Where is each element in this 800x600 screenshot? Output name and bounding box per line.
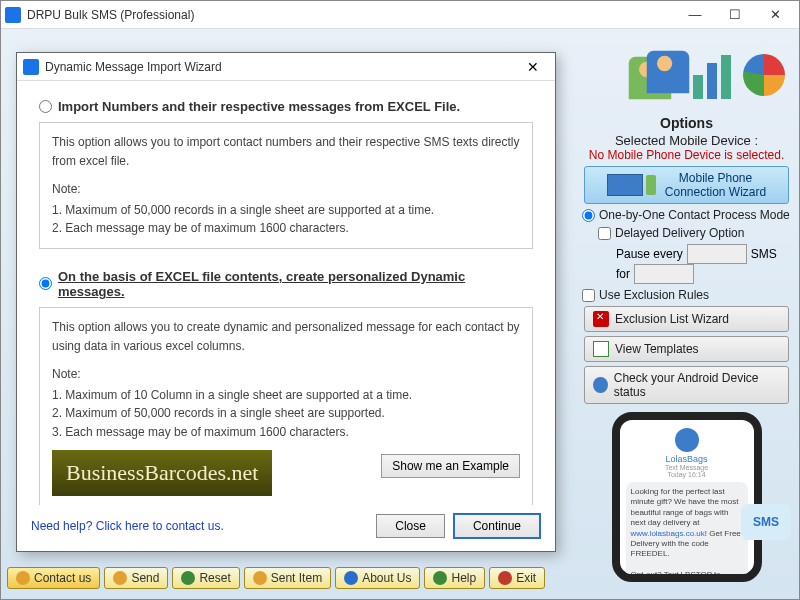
- send-button[interactable]: Send: [104, 567, 168, 589]
- preview-meta: Text Message Today 16:14: [626, 464, 748, 478]
- help-button[interactable]: Help: [424, 567, 485, 589]
- dialog-close-button[interactable]: ✕: [517, 59, 549, 75]
- preview-link: www.lolasbags.co.uk: [631, 529, 705, 538]
- pause-for-combo[interactable]: [634, 264, 694, 284]
- option-2-description: This option allows you to create dynamic…: [39, 307, 533, 505]
- exclusion-rules-checkbox[interactable]: Use Exclusion Rules: [582, 288, 791, 302]
- people-icon: [647, 51, 690, 94]
- gear-icon: [593, 377, 608, 393]
- continue-button[interactable]: Continue: [453, 513, 541, 539]
- preview-contact-name: LolasBags: [626, 454, 748, 464]
- sent-item-icon: [253, 571, 267, 585]
- option-2-radio[interactable]: On the basis of EXCEL file contents, cre…: [39, 269, 533, 299]
- options-heading: Options: [580, 115, 793, 131]
- dialog-icon: [23, 59, 39, 75]
- header-graphics: [580, 35, 793, 115]
- show-example-button[interactable]: Show me an Example: [381, 454, 520, 478]
- sent-item-button[interactable]: Sent Item: [244, 567, 331, 589]
- device-status-text: No Mobile Phone Device is selected.: [580, 148, 793, 162]
- option-2-radio-input[interactable]: [39, 277, 52, 290]
- process-mode-radio-input[interactable]: [582, 209, 595, 222]
- preview-message-bubble: Looking for the perfect last minute gift…: [626, 482, 748, 582]
- option-1-radio-input[interactable]: [39, 100, 52, 113]
- delayed-delivery-input[interactable]: [598, 227, 611, 240]
- import-wizard-dialog: Dynamic Message Import Wizard ✕ Import N…: [16, 52, 556, 552]
- watermark-logo: BusinessBarcodes.net: [52, 450, 272, 496]
- dialog-title: Dynamic Message Import Wizard: [45, 60, 517, 74]
- delayed-delivery-checkbox[interactable]: Delayed Delivery Option: [598, 226, 791, 240]
- app-icon: [5, 7, 21, 23]
- option-2-block: On the basis of EXCEL file contents, cre…: [39, 269, 533, 505]
- selected-device-label: Selected Mobile Device :: [580, 133, 793, 148]
- contact-icon: [16, 571, 30, 585]
- exit-button[interactable]: Exit: [489, 567, 545, 589]
- about-icon: [344, 571, 358, 585]
- send-icon: [113, 571, 127, 585]
- exclusion-list-wizard-button[interactable]: Exclusion List Wizard: [584, 306, 789, 332]
- minimize-button[interactable]: —: [675, 3, 715, 27]
- sms-badge-icon: SMS: [741, 504, 791, 540]
- bottom-toolbar: Contact us Send Reset Sent Item About Us…: [7, 567, 545, 589]
- connection-wizard-button[interactable]: Mobile Phone Connection Wizard: [584, 166, 789, 204]
- check-android-status-button[interactable]: Check your Android Device status: [584, 366, 789, 404]
- option-1-description: This option allows you to import contact…: [39, 122, 533, 249]
- pause-count-combo[interactable]: [687, 244, 747, 264]
- close-button[interactable]: Close: [376, 514, 445, 538]
- templates-icon: [593, 341, 609, 357]
- maximize-button[interactable]: ☐: [715, 3, 755, 27]
- help-icon: [433, 571, 447, 585]
- titlebar: DRPU Bulk SMS (Professional) — ☐ ✕: [1, 1, 799, 29]
- options-panel: Options Selected Mobile Device : No Mobi…: [574, 29, 799, 599]
- device-icon: [607, 174, 643, 196]
- avatar-icon: [675, 428, 699, 452]
- pause-for-row: for: [616, 264, 793, 284]
- reset-button[interactable]: Reset: [172, 567, 239, 589]
- preview-optout-link: 82228: [631, 581, 653, 582]
- about-us-button[interactable]: About Us: [335, 567, 420, 589]
- reset-icon: [181, 571, 195, 585]
- pause-every-row: Pause every SMS: [616, 244, 793, 264]
- option-1-block: Import Numbers and their respective mess…: [39, 99, 533, 249]
- process-mode-radio[interactable]: One-by-One Contact Process Mode: [582, 208, 791, 222]
- bar-chart-icon: [691, 51, 739, 99]
- pie-chart-icon: [743, 54, 785, 96]
- phone-preview: LolasBags Text Message Today 16:14 Looki…: [612, 412, 762, 582]
- view-templates-button[interactable]: View Templates: [584, 336, 789, 362]
- close-button[interactable]: ✕: [755, 3, 795, 27]
- contact-us-button[interactable]: Contact us: [7, 567, 100, 589]
- exit-icon: [498, 571, 512, 585]
- dialog-footer: Need help? Click here to contact us. Clo…: [17, 505, 555, 551]
- exclusion-rules-input[interactable]: [582, 289, 595, 302]
- dialog-titlebar: Dynamic Message Import Wizard ✕: [17, 53, 555, 81]
- window-title: DRPU Bulk SMS (Professional): [27, 8, 675, 22]
- option-1-radio[interactable]: Import Numbers and their respective mess…: [39, 99, 533, 114]
- help-link[interactable]: Need help? Click here to contact us.: [31, 519, 368, 533]
- exclusion-icon: [593, 311, 609, 327]
